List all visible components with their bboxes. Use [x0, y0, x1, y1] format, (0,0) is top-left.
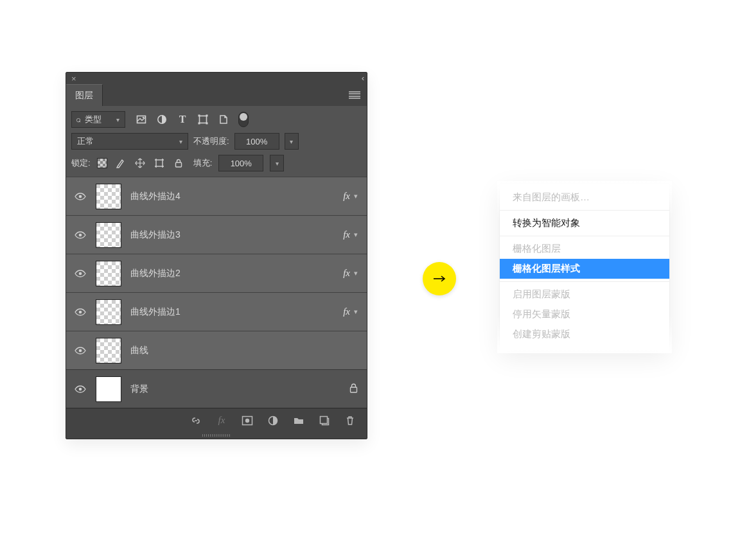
visibility-toggle[interactable]	[71, 231, 89, 239]
layer-thumbnail[interactable]	[96, 222, 121, 248]
context-menu: 来自图层的画板…转换为智能对象栅格化图层栅格化图层样式启用图层蒙版停用矢量蒙版创…	[500, 184, 669, 351]
svg-point-13	[79, 310, 82, 313]
filter-icons: T	[132, 114, 229, 125]
filter-row: ⌕ 类型 ▾ T	[71, 111, 362, 128]
visibility-toggle[interactable]	[71, 193, 89, 200]
svg-point-12	[79, 272, 82, 275]
menu-item[interactable]: 转换为智能对象	[500, 213, 669, 233]
menu-item: 启用图层蒙版	[500, 284, 669, 304]
menu-separator	[500, 281, 669, 282]
svg-rect-6	[198, 123, 200, 125]
new-group-icon[interactable]	[292, 414, 305, 427]
filter-toggle[interactable]	[238, 112, 249, 127]
fill-stepper[interactable]: ▾	[270, 155, 284, 171]
filter-type-label: 类型	[85, 114, 101, 124]
svg-point-10	[79, 195, 82, 198]
panel-body: ⌕ 类型 ▾ T	[66, 106, 367, 408]
layer-name: 曲线外描边3	[130, 229, 343, 241]
lock-pixels-icon[interactable]	[115, 157, 127, 169]
layer-name: 曲线	[130, 345, 358, 356]
chevron-down-icon[interactable]: ▾	[354, 308, 358, 316]
svg-rect-16	[351, 387, 357, 392]
opacity-field[interactable]: 100%	[234, 133, 279, 150]
layer-thumbnail[interactable]	[96, 184, 121, 209]
layer-name: 曲线外描边2	[130, 268, 343, 279]
lock-all-icon[interactable]	[173, 157, 184, 169]
panel-bottombar: fx	[66, 408, 367, 432]
lock-row: 锁定: 填充: 100% ▾	[71, 155, 362, 171]
new-adjustment-icon[interactable]	[267, 414, 279, 427]
svg-point-18	[245, 418, 249, 422]
chevron-down-icon: ▾	[179, 138, 182, 145]
filter-shape-icon[interactable]	[197, 114, 209, 125]
fx-badge[interactable]: fx	[343, 229, 350, 240]
fx-badge[interactable]: fx	[343, 306, 350, 317]
lock-artboard-icon[interactable]	[154, 157, 165, 169]
fill-value: 100%	[231, 159, 252, 168]
layer-row[interactable]: 曲线外描边2fx▾	[66, 254, 367, 292]
panel-topbar: × ‹‹	[66, 73, 367, 84]
visibility-toggle[interactable]	[71, 385, 89, 393]
new-layer-icon[interactable]	[318, 414, 331, 427]
layer-name: 曲线外描边1	[130, 306, 343, 318]
layer-name: 背景	[130, 383, 349, 395]
layer-row[interactable]: 曲线	[66, 331, 367, 369]
close-icon[interactable]: ×	[71, 74, 76, 83]
layer-row[interactable]: 曲线外描边4fx▾	[66, 177, 367, 215]
layer-row[interactable]: 曲线外描边1fx▾	[66, 292, 367, 331]
menu-item: 来自图层的画板…	[500, 188, 669, 207]
blend-row: 正常 ▾ 不透明度: 100% ▾	[71, 133, 362, 150]
opacity-value: 100%	[246, 137, 267, 146]
fill-label: 填充:	[193, 157, 213, 169]
svg-point-14	[79, 349, 82, 352]
fill-field[interactable]: 100%	[218, 155, 263, 171]
filter-pixel-icon[interactable]	[136, 114, 147, 125]
filter-smartobject-icon[interactable]	[218, 114, 229, 125]
link-layers-icon[interactable]	[189, 414, 202, 427]
menu-separator	[500, 210, 669, 211]
layer-row[interactable]: 背景	[66, 369, 367, 408]
panel-resize-grip[interactable]	[66, 432, 367, 439]
add-mask-icon[interactable]	[241, 414, 254, 427]
opacity-label: 不透明度:	[193, 136, 229, 147]
chevron-down-icon[interactable]: ▾	[354, 269, 358, 277]
menu-item: 停用矢量蒙版	[500, 304, 669, 324]
fx-badge[interactable]: fx	[343, 191, 350, 202]
blend-mode-dropdown[interactable]: 正常 ▾	[71, 133, 188, 150]
layer-list: 曲线外描边4fx▾曲线外描边3fx▾曲线外描边2fx▾曲线外描边1fx▾曲线背景	[66, 177, 367, 408]
svg-rect-9	[175, 162, 181, 167]
chevron-down-icon[interactable]: ▾	[354, 231, 358, 239]
layer-thumbnail[interactable]	[96, 261, 121, 286]
tab-layers[interactable]: 图层	[66, 84, 103, 106]
visibility-toggle[interactable]	[71, 347, 89, 354]
layer-name: 曲线外描边4	[130, 191, 343, 202]
layer-thumbnail[interactable]	[96, 338, 121, 363]
menu-item[interactable]: 栅格化图层样式	[500, 259, 669, 279]
svg-rect-4	[198, 115, 200, 117]
menu-item: 栅格化图层	[500, 239, 669, 259]
layer-thumbnail[interactable]	[96, 376, 121, 402]
svg-point-15	[79, 387, 82, 390]
visibility-toggle[interactable]	[71, 270, 89, 277]
lock-icon	[349, 383, 358, 395]
visibility-toggle[interactable]	[71, 308, 89, 316]
layers-panel: × ‹‹ 图层 ⌕ 类型 ▾ T	[66, 72, 367, 439]
svg-rect-3	[200, 116, 207, 123]
lock-position-icon[interactable]	[134, 157, 146, 169]
lock-label: 锁定:	[71, 157, 91, 169]
fx-badge[interactable]: fx	[343, 268, 350, 279]
opacity-stepper[interactable]: ▾	[285, 133, 299, 150]
filter-type-dropdown[interactable]: ⌕ 类型 ▾	[71, 111, 125, 128]
filter-text-icon[interactable]: T	[177, 114, 188, 125]
filter-adjustment-icon[interactable]	[156, 114, 168, 125]
panel-menu-icon[interactable]	[349, 91, 360, 99]
menu-separator	[500, 236, 669, 236]
layer-row[interactable]: 曲线外描边3fx▾	[66, 215, 367, 254]
lock-transparency-icon[interactable]	[97, 158, 107, 168]
fx-icon[interactable]: fx	[215, 414, 228, 427]
layer-thumbnail[interactable]	[96, 299, 121, 325]
delete-layer-icon[interactable]	[344, 414, 357, 427]
svg-rect-5	[206, 115, 208, 117]
chevron-down-icon[interactable]: ▾	[354, 192, 358, 200]
tab-label: 图层	[75, 90, 93, 101]
